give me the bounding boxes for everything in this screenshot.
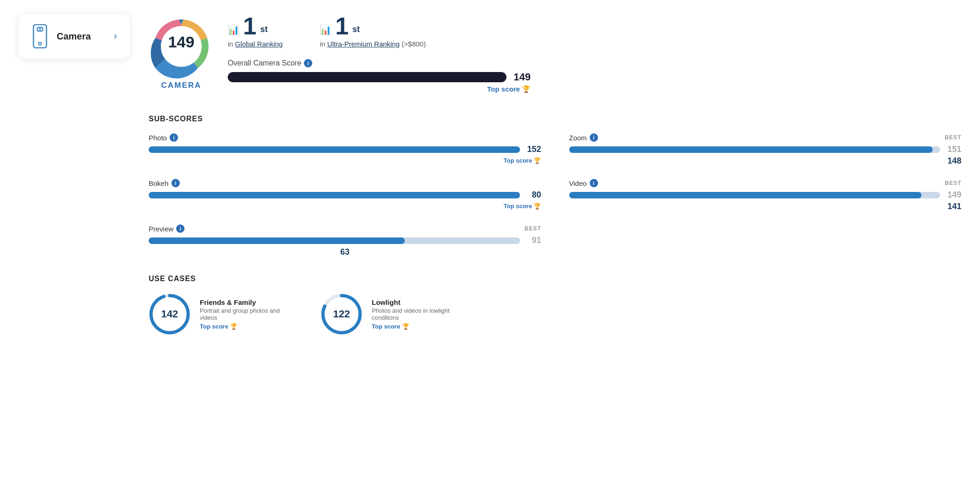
lowlight-name: Lowlight xyxy=(372,298,465,306)
bokeh-score: 80 xyxy=(525,190,541,200)
photo-info-icon[interactable]: i xyxy=(170,133,178,142)
subscore-video: Video i BEST 149 141 xyxy=(569,179,962,211)
zoom-score: 148 xyxy=(947,156,961,165)
camera-badge: 149 CAMERA xyxy=(149,14,214,90)
use-cases-grid: 142 Friends & Family Portrait and group … xyxy=(149,293,961,335)
overall-label: Overall Camera Score i xyxy=(228,59,531,67)
camera-score-circle: 149 xyxy=(149,14,214,79)
global-rank-sup: st xyxy=(260,25,268,33)
friends-family-top-score: Top score 🏆 xyxy=(200,323,293,330)
overall-score-section: Overall Camera Score i 149 Top score 🏆 xyxy=(228,59,531,93)
video-bar-outer xyxy=(569,192,941,198)
sidebar-card[interactable]: Camera › xyxy=(19,14,130,59)
video-info-icon[interactable]: i xyxy=(590,179,598,187)
friends-family-info: Friends & Family Portrait and group phot… xyxy=(200,298,293,330)
bar-chart-icon: 📊 xyxy=(228,24,239,35)
bokeh-top-score: Top score 🏆 xyxy=(504,203,541,210)
lowlight-top-score: Top score 🏆 xyxy=(372,323,465,330)
friends-family-desc: Portrait and group photos and videos xyxy=(200,307,293,321)
subscores-title: SUB-SCORES xyxy=(149,115,961,123)
subscores-grid: Photo i 152 Top score 🏆 xyxy=(149,133,961,270)
preview-best-value: 91 xyxy=(525,236,541,245)
global-ranking: 📊 1 st in Global Ranking xyxy=(228,14,283,51)
use-case-friends-family: 142 Friends & Family Portrait and group … xyxy=(149,293,293,335)
friends-family-score: 142 xyxy=(161,308,178,320)
lowlight-info: Lowlight Photos and videos in lowlight c… xyxy=(372,298,465,330)
lowlight-circle: 122 xyxy=(321,293,362,335)
use-case-lowlight: 122 Lowlight Photos and videos in lowlig… xyxy=(321,293,465,335)
photo-bar-outer xyxy=(149,146,520,153)
bokeh-bar-outer xyxy=(149,192,520,198)
overall-bar-fill xyxy=(228,72,506,82)
ultra-rank-sup: st xyxy=(352,25,360,33)
ultra-ranking-suffix: (>$800) xyxy=(401,40,426,48)
preview-name: Preview i xyxy=(149,224,184,233)
svg-point-1 xyxy=(39,42,41,45)
global-rank-number: 1 xyxy=(243,14,257,38)
svg-text:149: 149 xyxy=(168,33,195,51)
ultra-ranking-link[interactable]: Ultra-Premium Ranking xyxy=(327,40,400,48)
use-cases-title: USE CASES xyxy=(149,275,961,283)
overall-top-score: Top score 🏆 xyxy=(487,85,531,93)
ultra-premium-ranking: 📊 1 st in Ultra-Premium Ranking (>$800) xyxy=(320,14,426,51)
preview-bar-fill xyxy=(149,237,405,244)
camera-badge-label: CAMERA xyxy=(161,81,202,90)
svg-point-3 xyxy=(39,28,41,30)
subscores-section: SUB-SCORES Photo i 152 xyxy=(149,115,961,270)
bokeh-info-icon[interactable]: i xyxy=(171,179,180,187)
bokeh-bar-fill xyxy=(149,192,520,198)
preview-best-label: BEST xyxy=(524,225,541,232)
score-area: 📊 1 st in Global Ranking 📊 xyxy=(228,14,531,93)
friends-family-circle: 142 xyxy=(149,293,191,335)
video-best-label: BEST xyxy=(945,180,961,186)
photo-top-score: Top score 🏆 xyxy=(504,157,541,164)
overall-bar-outer xyxy=(228,72,506,82)
video-name: Video i xyxy=(569,179,598,187)
lowlight-score: 122 xyxy=(333,308,350,320)
zoom-best-value: 151 xyxy=(945,145,961,154)
friends-family-name: Friends & Family xyxy=(200,298,293,306)
photo-bar-fill xyxy=(149,146,520,153)
preview-score: 63 xyxy=(340,247,349,257)
lowlight-desc: Photos and videos in lowlight conditions xyxy=(372,307,465,321)
zoom-bar-outer xyxy=(569,146,941,153)
global-ranking-link[interactable]: Global Ranking xyxy=(235,40,283,48)
rankings-row: 149 CAMERA 📊 1 xyxy=(149,14,961,106)
ultra-rank-number: 1 xyxy=(335,14,349,38)
overall-info-icon[interactable]: i xyxy=(304,59,312,67)
camera-hero: 149 CAMERA 📊 1 xyxy=(149,14,531,93)
camera-phone-icon xyxy=(32,24,48,48)
preview-bar-outer xyxy=(149,237,520,244)
photo-score: 152 xyxy=(525,145,541,154)
sidebar-camera-label: Camera xyxy=(57,31,105,42)
subscore-photo: Photo i 152 Top score 🏆 xyxy=(149,133,541,166)
page-layout: Camera › xyxy=(19,14,961,335)
use-cases-section: USE CASES 142 Friends & Family Portrait … xyxy=(149,275,961,335)
preview-info-icon[interactable]: i xyxy=(176,224,184,233)
overall-score-value: 149 xyxy=(512,71,531,83)
video-bar-fill xyxy=(569,192,922,198)
video-best-value: 149 xyxy=(945,190,961,200)
zoom-best-label: BEST xyxy=(945,134,961,141)
subscore-bokeh: Bokeh i 80 Top score 🏆 xyxy=(149,179,541,211)
bokeh-name: Bokeh i xyxy=(149,179,180,187)
zoom-info-icon[interactable]: i xyxy=(590,133,598,142)
subscore-zoom: Zoom i BEST 151 148 xyxy=(569,133,962,166)
overall-bar-container: 149 xyxy=(228,71,531,83)
zoom-bar-fill xyxy=(569,146,933,153)
global-ranking-desc: in Global Ranking xyxy=(228,40,283,48)
zoom-name: Zoom i xyxy=(569,133,598,142)
subscore-preview: Preview i BEST 91 63 xyxy=(149,224,541,257)
sidebar-chevron-icon: › xyxy=(114,30,117,42)
video-score: 141 xyxy=(947,202,961,211)
bar-chart-icon-2: 📊 xyxy=(320,24,331,35)
ultra-ranking-desc: in Ultra-Premium Ranking (>$800) xyxy=(320,40,426,48)
main-content: 149 CAMERA 📊 1 xyxy=(149,14,961,335)
photo-name: Photo i xyxy=(149,133,178,142)
svg-rect-2 xyxy=(37,27,43,31)
